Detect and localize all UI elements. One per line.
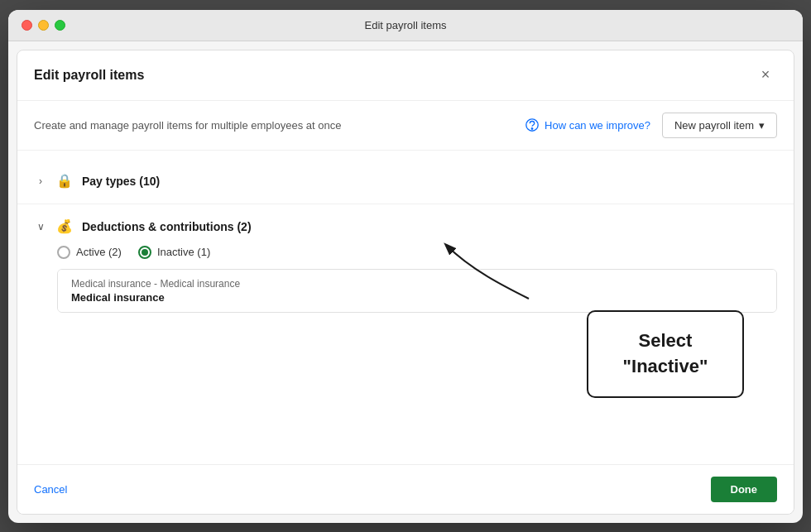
cancel-button[interactable]: Cancel	[34, 478, 67, 501]
modal-toolbar: Create and manage payroll items for mult…	[17, 101, 794, 151]
done-button[interactable]: Done	[711, 477, 778, 502]
pay-types-chevron-icon: ›	[34, 175, 47, 187]
new-payroll-button[interactable]: New payroll item ▾	[662, 113, 777, 138]
title-bar: Edit payroll items	[8, 10, 803, 41]
toolbar-right: How can we improve? New payroll item ▾	[525, 113, 777, 138]
feedback-icon	[525, 117, 540, 132]
pay-types-header[interactable]: › 🔒 Pay types (10)	[17, 162, 794, 200]
active-radio-button[interactable]	[57, 246, 70, 259]
inactive-radio-button[interactable]	[138, 246, 151, 259]
items-table: Medical insurance - Medical insurance Me…	[57, 269, 777, 313]
table-row[interactable]: Medical insurance - Medical insurance Me…	[58, 270, 776, 312]
modal-container: Edit payroll items × Create and manage p…	[17, 50, 794, 515]
item-name: Medical insurance	[71, 291, 763, 304]
inactive-radio-text: Inactive (1)	[157, 246, 210, 258]
status-radio-group: Active (2) Inactive (1)	[57, 246, 777, 259]
new-payroll-label: New payroll item	[674, 119, 754, 132]
modal-title: Edit payroll items	[34, 68, 144, 83]
window-title: Edit payroll items	[365, 19, 447, 31]
traffic-lights	[22, 20, 65, 31]
feedback-text: How can we improve?	[545, 119, 650, 132]
svg-point-1	[531, 128, 532, 129]
close-traffic-light[interactable]	[22, 20, 32, 31]
active-radio-text: Active (2)	[76, 246, 122, 258]
modal-footer: Cancel Done	[17, 464, 794, 514]
close-button[interactable]: ×	[754, 64, 777, 87]
annotation-text: Select"Inactive"	[623, 330, 708, 376]
item-description: Medical insurance - Medical insurance	[71, 278, 763, 290]
deductions-title: Deductions & contributions (2)	[82, 220, 252, 233]
minimize-traffic-light[interactable]	[38, 20, 49, 31]
dropdown-chevron-icon: ▾	[759, 119, 765, 132]
modal-body: › 🔒 Pay types (10) ∨ 💰 Deductions & cont…	[17, 151, 794, 464]
maximize-traffic-light[interactable]	[55, 20, 65, 31]
deductions-money-icon: 💰	[55, 218, 74, 236]
feedback-link[interactable]: How can we improve?	[525, 117, 650, 132]
deductions-section: ∨ 💰 Deductions & contributions (2) Activ…	[17, 208, 794, 321]
deductions-chevron-icon: ∨	[34, 221, 47, 232]
pay-types-title: Pay types (10)	[82, 175, 160, 188]
annotation-arrow	[438, 237, 537, 303]
pay-types-lock-icon: 🔒	[55, 172, 74, 190]
pay-types-section: › 🔒 Pay types (10)	[17, 162, 794, 200]
deductions-header[interactable]: ∨ 💰 Deductions & contributions (2)	[17, 208, 794, 246]
inactive-radio-label[interactable]: Inactive (1)	[138, 246, 210, 259]
deductions-body: Active (2) Inactive (1) Medical insuranc…	[17, 246, 794, 321]
active-radio-label[interactable]: Active (2)	[57, 246, 122, 259]
toolbar-description: Create and manage payroll items for mult…	[34, 119, 341, 132]
modal-header: Edit payroll items ×	[17, 50, 794, 101]
annotation-box: Select"Inactive"	[587, 310, 744, 398]
section-divider	[17, 204, 794, 204]
modal-window: Edit payroll items Edit payroll items × …	[8, 10, 803, 523]
